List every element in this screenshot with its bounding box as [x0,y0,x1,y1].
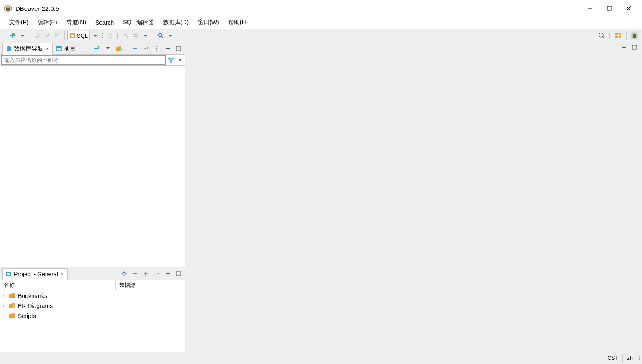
svg-rect-22 [615,36,618,38]
project-item-label: Scripts [18,313,36,319]
menu-file[interactable]: 文件(F) [5,17,32,28]
svg-rect-47 [622,47,626,48]
svg-rect-5 [607,6,611,10]
tab-database-navigator[interactable]: 数据库导航 × [2,43,53,55]
window-maximize-button[interactable] [600,2,619,15]
toolbar-handle-3[interactable] [116,33,120,38]
toolbar-handle-2[interactable] [101,33,105,38]
project-item-bookmarks[interactable]: › Bookmarks [3,291,182,301]
new-connection-dropdown[interactable] [18,31,27,40]
menu-database[interactable]: 数据库(D) [159,17,192,28]
project-minimize-icon[interactable] [163,269,172,278]
chevron-right-icon: › [3,313,7,318]
perspective-dbeaver-button[interactable] [614,31,623,40]
editor-empty-area[interactable] [187,54,640,350]
project-item-scripts[interactable]: › Scripts [3,311,182,321]
left-column: 数据库导航 × 项目 [0,42,185,352]
connect-button[interactable] [33,31,42,40]
svg-rect-44 [176,272,181,276]
menu-window[interactable]: 窗口(W) [194,17,223,28]
nav-maximize-icon[interactable] [174,44,183,53]
sql-editor-button[interactable]: SQL [67,31,90,40]
main-area: 数据库导航 × 项目 [0,42,642,352]
project-link-icon[interactable] [152,269,161,278]
svg-point-3 [8,7,9,8]
tab-database-navigator-label: 数据库导航 [14,45,43,53]
tab-projects[interactable]: 项目 [53,43,79,54]
nav-new-folder-icon[interactable] [114,44,123,53]
project-create-icon[interactable] [141,269,150,278]
perspective-default-button[interactable] [630,31,639,40]
rollback-button[interactable] [121,31,130,40]
sql-editor-dropdown[interactable] [91,31,100,40]
navigator-tabstrip: 数据库导航 × 项目 [0,42,185,55]
svg-line-17 [161,36,163,38]
project-tabstrip: Project - General × [0,267,185,280]
chevron-right-icon: › [3,303,7,308]
project-maximize-icon[interactable] [174,269,183,278]
project-item-label: ER Diagrams [18,303,53,309]
commit-button[interactable] [106,31,115,40]
menu-search[interactable]: Search [92,18,117,28]
window-minimize-button[interactable] [581,2,600,15]
toolbar-handle-4[interactable] [151,33,155,38]
svg-point-2 [7,7,8,8]
global-search-button[interactable] [597,31,606,40]
svg-point-16 [158,33,162,37]
search-dropdown[interactable] [166,31,175,40]
project-body: 名称 数据源 › Bookmarks › ER Diagrams [0,280,185,352]
sql-editor-label: SQL [77,33,88,39]
svg-point-32 [156,46,158,47]
filter-dropdown[interactable] [176,55,185,65]
toolbar-handle[interactable] [3,33,7,38]
menu-help[interactable]: 帮助(H) [224,17,252,28]
disconnect-button[interactable] [43,31,52,40]
project-col-name[interactable]: 名称 [0,280,116,290]
tab-project-general[interactable]: Project - General × [2,268,68,280]
filter-icon[interactable] [166,55,176,65]
editor-minimize-icon[interactable] [619,43,628,52]
close-icon[interactable]: × [46,46,49,52]
svg-point-18 [599,33,603,37]
svg-rect-36 [176,46,181,51]
nav-link-editor-icon[interactable] [141,44,150,53]
new-connection-button[interactable] [8,31,17,40]
window-close-button[interactable] [619,2,638,15]
projects-icon [56,46,62,51]
toolbar-handle-right[interactable] [608,33,612,38]
nav-minimize-icon[interactable] [163,44,172,53]
menubar: 文件(F) 编辑(E) 导航(N) Search SQL 编辑器 数据库(D) … [0,16,642,29]
project-panel: Project - General × 名称 数 [0,267,185,352]
nav-new-connection-dropdown[interactable] [103,44,112,53]
project-col-datasource[interactable]: 数据源 [116,280,185,290]
disconnect-all-button[interactable] [53,31,62,40]
menu-navigate[interactable]: 导航(N) [63,17,90,28]
project-item-er-diagrams[interactable]: › ER Diagrams [3,301,182,311]
menu-edit[interactable]: 编辑(E) [34,17,61,28]
svg-point-8 [13,33,15,35]
transaction-dropdown[interactable] [141,31,150,40]
menu-sql-editor[interactable]: SQL 编辑器 [119,17,157,28]
editor-maximize-icon[interactable] [630,43,639,52]
transaction-mode-button[interactable] [131,31,140,40]
status-timezone[interactable]: CST [603,354,623,362]
svg-point-34 [156,50,158,51]
statusbar-handle[interactable] [637,356,642,360]
app-window: DBeaver 22.0.5 文件(F) 编辑(E) 导航(N) Search … [0,0,642,364]
navigator-tree[interactable] [0,66,185,267]
svg-rect-35 [166,48,170,49]
project-collapse-icon[interactable] [130,269,140,278]
search-button[interactable] [156,31,165,40]
project-configure-icon[interactable] [120,269,129,278]
nav-view-menu-icon[interactable] [152,44,161,53]
project-item-label: Bookmarks [18,293,47,299]
navigator-filter-input[interactable] [1,55,166,65]
project-columns-header: 名称 数据源 [0,280,185,290]
tab-project-general-label: Project - General [14,271,58,277]
editor-area [185,42,642,352]
editor-tabstrip [185,42,642,52]
close-icon[interactable]: × [61,271,64,277]
status-locale[interactable]: zh [622,354,637,362]
nav-new-connection-icon[interactable] [92,44,102,53]
nav-collapse-icon[interactable] [130,44,140,53]
